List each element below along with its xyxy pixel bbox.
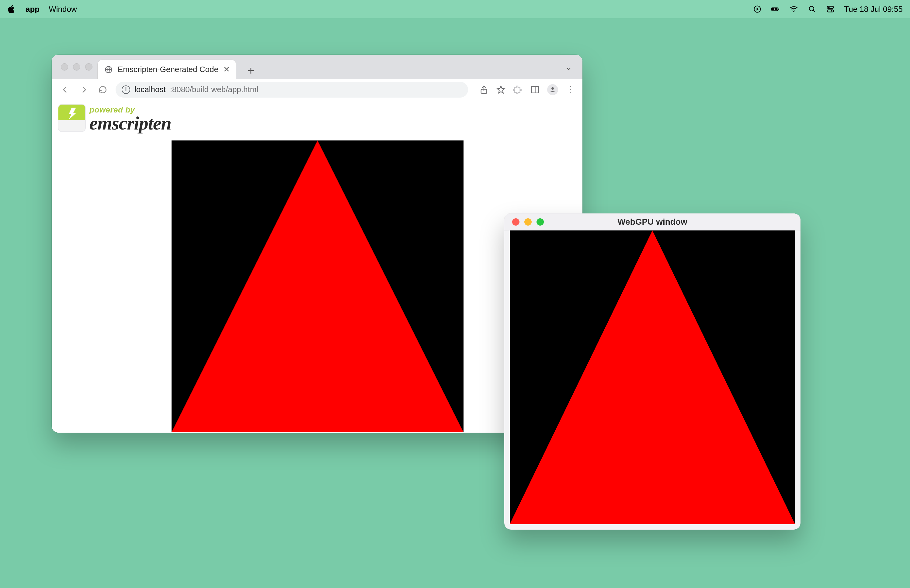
traffic-max-icon[interactable]: [537, 218, 544, 226]
native-window-title: WebGPU window: [617, 217, 687, 227]
globe-icon: [104, 65, 113, 74]
window-traffic-lights-disabled: [61, 63, 92, 71]
emscripten-name-text: emscripten: [89, 114, 171, 132]
new-tab-button[interactable]: +: [242, 62, 259, 79]
triangle-render: [510, 231, 795, 524]
triangle-render: [171, 141, 464, 432]
battery-icon[interactable]: [771, 5, 780, 14]
nav-back-button[interactable]: [59, 84, 71, 96]
svg-rect-8: [827, 10, 834, 12]
traffic-close-icon[interactable]: [512, 218, 519, 226]
bookmark-star-icon[interactable]: [496, 85, 506, 95]
url-host: localhost: [134, 85, 166, 94]
menubar-app-name[interactable]: app: [26, 5, 40, 14]
play-status-icon[interactable]: [753, 5, 762, 14]
menubar-item-window[interactable]: Window: [48, 5, 77, 14]
sidepanel-icon[interactable]: [530, 85, 540, 95]
chrome-toolbar: i localhost:8080/build-web/app.html ⋮: [52, 79, 582, 100]
share-icon[interactable]: [479, 85, 489, 95]
svg-point-9: [831, 10, 832, 11]
chrome-tab-strip: Emscripten-Generated Code ✕ + ⌄: [52, 55, 582, 79]
tab-title: Emscripten-Generated Code: [118, 65, 218, 74]
emscripten-logo-icon: [58, 104, 86, 132]
svg-point-7: [828, 7, 829, 8]
native-window: WebGPU window: [504, 213, 800, 530]
wifi-icon[interactable]: [789, 5, 798, 14]
svg-marker-15: [510, 231, 795, 524]
nav-reload-button[interactable]: [97, 84, 109, 96]
native-titlebar: WebGPU window: [504, 213, 800, 231]
omnibox[interactable]: i localhost:8080/build-web/app.html: [116, 82, 468, 98]
svg-rect-12: [531, 86, 539, 93]
extensions-icon[interactable]: [513, 85, 523, 95]
url-path: :8080/build-web/app.html: [170, 85, 259, 94]
menubar-clock[interactable]: Tue 18 Jul 09:55: [844, 5, 903, 14]
browser-tab[interactable]: Emscripten-Generated Code ✕: [97, 60, 236, 79]
chrome-window: Emscripten-Generated Code ✕ + ⌄ i localh…: [52, 55, 582, 433]
profile-avatar-icon[interactable]: [547, 84, 558, 95]
chrome-page-content: powered by emscripten: [52, 100, 582, 433]
traffic-max-icon[interactable]: [85, 63, 92, 71]
tab-list-chevron-icon[interactable]: ⌄: [566, 63, 572, 72]
window-traffic-lights: [512, 218, 544, 226]
emscripten-badge: powered by emscripten: [56, 102, 175, 134]
kebab-menu-icon[interactable]: ⋮: [566, 85, 575, 95]
svg-marker-14: [171, 141, 464, 432]
nav-forward-button[interactable]: [78, 84, 90, 96]
apple-menu-icon[interactable]: [7, 5, 16, 14]
traffic-close-icon[interactable]: [61, 63, 68, 71]
native-canvas[interactable]: [510, 231, 795, 524]
macos-menubar: app Window Tue 18 Jul 09:55: [0, 0, 910, 18]
svg-rect-3: [778, 8, 779, 10]
svg-point-13: [551, 87, 554, 90]
svg-rect-6: [827, 6, 834, 8]
control-center-icon[interactable]: [826, 5, 835, 14]
traffic-min-icon[interactable]: [524, 218, 532, 226]
svg-point-4: [794, 11, 795, 12]
spotlight-icon[interactable]: [808, 5, 816, 14]
traffic-min-icon[interactable]: [73, 63, 80, 71]
tab-close-icon[interactable]: ✕: [223, 65, 230, 74]
site-info-icon[interactable]: i: [122, 86, 130, 94]
web-canvas[interactable]: [171, 141, 464, 432]
